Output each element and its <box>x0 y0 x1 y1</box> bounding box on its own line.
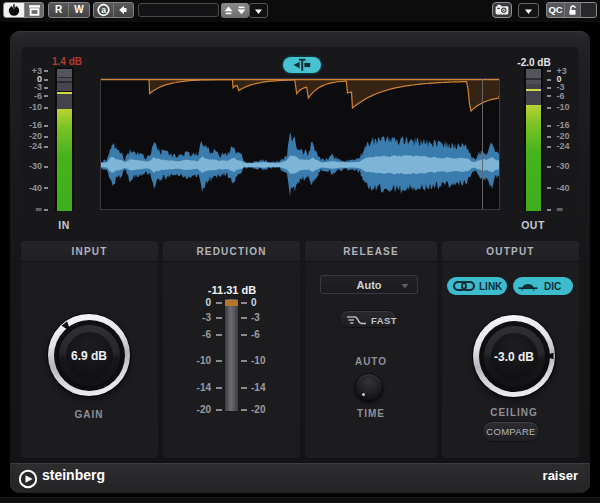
svg-text:DIC: DIC <box>544 281 561 292</box>
svg-text:LINK: LINK <box>479 281 503 292</box>
svg-text:a: a <box>101 5 106 15</box>
